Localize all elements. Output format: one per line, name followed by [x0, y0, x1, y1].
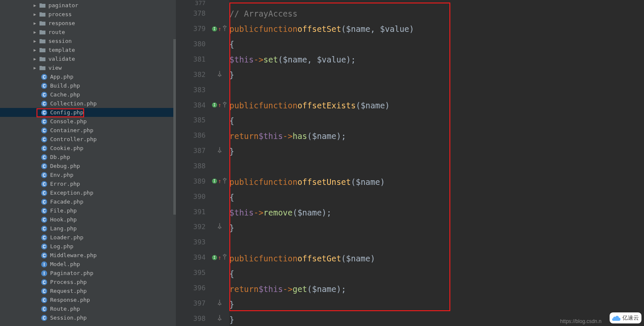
tree-folder[interactable]: ▶session [0, 37, 176, 45]
code-line[interactable]: $this->set($name, $value); [229, 52, 644, 67]
tree-folder[interactable]: ▶process [0, 10, 176, 19]
implements-badge-icon[interactable]: I [212, 179, 217, 184]
code-line[interactable]: $this->remove($name); [229, 205, 644, 220]
gutter-marker[interactable]: I↑ [210, 173, 229, 189]
tree-folder[interactable]: ▶response [0, 19, 176, 28]
expand-arrow-icon[interactable]: ▶ [32, 48, 37, 52]
expand-arrow-icon[interactable]: ▶ [32, 3, 37, 8]
code-line[interactable]: } [229, 297, 644, 312]
expand-arrow-icon[interactable]: ▶ [32, 57, 37, 61]
gutter-marker[interactable] [210, 159, 229, 174]
gutter-marker[interactable] [210, 265, 229, 281]
gutter-marker[interactable] [210, 235, 229, 250]
tree-file[interactable]: CContainer.php [0, 126, 176, 135]
tree-file[interactable]: CApp.php [0, 72, 176, 81]
gutter-marker[interactable] [210, 295, 229, 311]
implements-badge-icon[interactable]: I [212, 26, 217, 31]
tree-file[interactable]: CMiddleware.php [0, 251, 176, 260]
tree-file[interactable]: CCache.php [0, 90, 176, 99]
gutter-marker[interactable] [210, 219, 229, 235]
gutter-marker[interactable] [210, 6, 229, 21]
code-line[interactable]: { [229, 266, 644, 281]
tree-folder[interactable]: ▶route [0, 28, 176, 37]
nav-up-icon[interactable]: ↑ [218, 102, 221, 108]
code-area[interactable]: // ArrayAccess public function offsetSet… [229, 0, 644, 326]
tree-file[interactable]: CProcess.php [0, 278, 176, 286]
code-line[interactable]: return $this->get($name); [229, 281, 644, 297]
gutter-marker[interactable] [210, 280, 229, 295]
gutter-marker[interactable] [210, 0, 229, 6]
gutter-marker[interactable] [210, 311, 229, 326]
tree-file[interactable]: CHook.php [0, 215, 176, 224]
tree-file[interactable]: CRoute.php [0, 304, 176, 313]
tree-file[interactable]: CRequest.php [0, 286, 176, 295]
expand-arrow-icon[interactable]: ▶ [32, 30, 37, 34]
tree-file[interactable]: CLang.php [0, 224, 176, 233]
gutter-marker[interactable] [210, 204, 229, 219]
tree-file[interactable]: CLoader.php [0, 233, 176, 242]
tree-file[interactable]: IPaginator.php [0, 269, 176, 278]
tree-folder[interactable]: ▶validate [0, 54, 176, 63]
gutter-marker[interactable] [210, 113, 229, 128]
code-line[interactable]: public function offsetExists($name) [229, 98, 644, 113]
tree-file[interactable]: CBuild.php [0, 81, 176, 90]
fold-end-icon[interactable] [217, 300, 222, 307]
tree-file[interactable]: CCollection.php [0, 99, 176, 108]
gutter-marker[interactable] [210, 67, 229, 82]
code-line[interactable]: { [229, 37, 644, 52]
nav-up-icon[interactable]: ↑ [218, 254, 221, 261]
fold-end-icon[interactable] [217, 147, 222, 154]
nav-up-icon[interactable]: ↑ [218, 178, 221, 184]
code-line[interactable] [229, 82, 644, 98]
code-line[interactable] [229, 0, 644, 6]
code-line[interactable]: } [229, 144, 644, 159]
tree-file[interactable]: IModel.php [0, 260, 176, 269]
expand-arrow-icon[interactable]: ▶ [32, 65, 37, 70]
tree-file[interactable]: CConfig.php [0, 108, 176, 117]
code-line[interactable]: // ArrayAccess [229, 6, 644, 21]
tree-file[interactable]: CEnv.php [0, 170, 176, 179]
tree-file[interactable]: CConsole.php [0, 117, 176, 126]
fold-icon[interactable] [222, 178, 227, 185]
gutter-marker[interactable] [210, 128, 229, 143]
tree-folder[interactable]: ▶template [0, 45, 176, 54]
code-line[interactable]: } [229, 67, 644, 82]
implements-badge-icon[interactable]: I [212, 102, 217, 108]
tree-file[interactable]: CCookie.php [0, 144, 176, 153]
expand-arrow-icon[interactable]: ▶ [32, 12, 37, 17]
code-line[interactable]: { [229, 113, 644, 128]
code-editor[interactable]: 3773783793803813823833843853863873883893… [176, 0, 644, 326]
code-line[interactable]: public function offsetUnset($name) [229, 174, 644, 190]
fold-icon[interactable] [222, 254, 227, 261]
gutter-marker[interactable] [210, 37, 229, 52]
tree-file[interactable]: CController.php [0, 135, 176, 144]
expand-arrow-icon[interactable]: ▶ [32, 21, 37, 26]
implements-badge-icon[interactable]: I [212, 255, 217, 260]
tree-file[interactable]: CDebug.php [0, 162, 176, 170]
gutter-marker[interactable] [210, 189, 229, 204]
fold-icon[interactable] [222, 25, 227, 32]
tree-file[interactable]: CDb.php [0, 153, 176, 162]
fold-end-icon[interactable] [217, 315, 222, 322]
gutter-marker[interactable] [210, 82, 229, 97]
nav-up-icon[interactable]: ↑ [218, 26, 221, 32]
expand-arrow-icon[interactable]: ▶ [32, 39, 37, 43]
fold-end-icon[interactable] [217, 71, 222, 78]
tree-folder[interactable]: ▶view [0, 63, 176, 72]
code-line[interactable]: public function offsetGet($name) [229, 251, 644, 266]
code-line[interactable] [229, 235, 644, 251]
code-line[interactable]: } [229, 220, 644, 235]
code-line[interactable]: return $this->has($name); [229, 128, 644, 144]
fold-end-icon[interactable] [217, 223, 222, 230]
tree-folder[interactable]: ▶paginator [0, 1, 176, 10]
gutter-marker[interactable] [210, 143, 229, 159]
gutter-marker[interactable] [210, 52, 229, 67]
gutter-marker[interactable]: I↑ [210, 21, 229, 37]
tree-file[interactable]: CFacade.php [0, 197, 176, 206]
tree-file[interactable]: CResponse.php [0, 295, 176, 304]
tree-file[interactable]: CFile.php [0, 206, 176, 215]
tree-file[interactable]: CError.php [0, 179, 176, 188]
gutter-marker[interactable]: I↑ [210, 250, 229, 265]
project-tree[interactable]: ▶paginator▶process▶response▶route▶sessio… [0, 0, 176, 326]
tree-file[interactable]: CLog.php [0, 242, 176, 251]
